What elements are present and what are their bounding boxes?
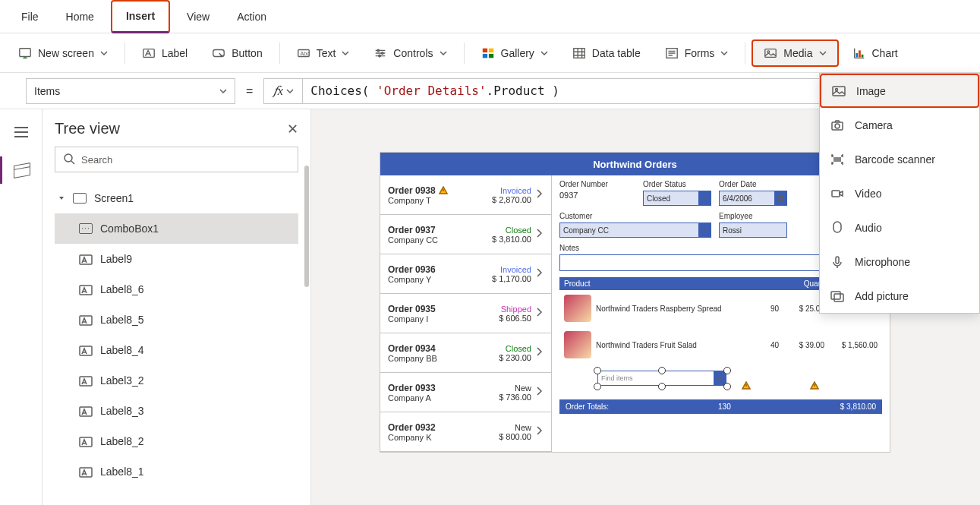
media-add-picture[interactable]: Add picture <box>820 279 979 313</box>
tree-node[interactable]: Label8_4 <box>55 335 298 365</box>
warning-icon <box>742 381 751 390</box>
menu-home[interactable]: Home <box>52 0 108 33</box>
media-audio[interactable]: Audio <box>820 210 979 245</box>
chevron-right-icon <box>536 425 544 438</box>
tree-node[interactable]: Label9 <box>55 244 298 274</box>
chevron-down-icon <box>100 47 108 59</box>
label-icon <box>79 406 93 416</box>
order-row[interactable]: Order 0936Company Y Invoiced$ 1,170.00 <box>380 254 551 294</box>
menu-insert[interactable]: Insert <box>111 0 170 33</box>
resize-handle[interactable] <box>658 367 666 374</box>
order-row[interactable]: Order 0932Company K New$ 800.00 <box>380 412 551 452</box>
tree-view-button[interactable] <box>12 161 30 179</box>
order-row[interactable]: Order 0934Company BB Closed$ 230.00 <box>380 333 551 373</box>
property-dropdown-value: Items <box>34 85 60 97</box>
fx-button[interactable]: 𝑓x <box>263 78 303 104</box>
tree-node-label: Label8_1 <box>100 466 144 478</box>
resize-handle[interactable] <box>658 383 666 390</box>
audio-icon <box>830 221 844 235</box>
table-icon <box>572 46 586 60</box>
tree-node-label: Label8_2 <box>100 435 144 447</box>
ribbon-new-screen[interactable]: New screen <box>8 39 118 67</box>
formula-fn: Choices <box>310 84 361 98</box>
tree-node[interactable]: ComboBox1 <box>55 213 298 244</box>
chart-icon <box>852 46 866 60</box>
order-row[interactable]: Order 0938Company T Invoiced$ 2,870.00 <box>380 175 551 215</box>
ribbon-label[interactable]: Label <box>131 39 198 67</box>
order-date-value: 6/4/2006 <box>723 194 752 203</box>
resize-handle[interactable] <box>723 367 731 374</box>
chevron-down-icon <box>540 47 548 59</box>
tree-list: Screen1 ComboBox1Label9Label8_6Label8_5L… <box>55 183 298 487</box>
add-picture-icon <box>830 289 844 303</box>
close-tree-button[interactable]: ✕ <box>287 121 298 137</box>
svg-rect-34 <box>836 257 839 264</box>
order-row[interactable]: Order 0937Company CC Closed$ 3,810.00 <box>380 215 551 254</box>
microphone-icon <box>830 255 844 269</box>
ribbon-datatable[interactable]: Data table <box>562 39 651 67</box>
order-date-picker[interactable]: 6/4/2006 <box>719 191 787 206</box>
media-video[interactable]: Video <box>820 176 979 210</box>
left-rail <box>0 109 43 505</box>
resize-handle[interactable] <box>594 367 601 374</box>
screen-icon <box>18 46 32 60</box>
customer-select[interactable]: Company CC <box>559 223 711 238</box>
property-dropdown[interactable]: Items <box>26 78 235 104</box>
svg-rect-35 <box>831 292 840 299</box>
ribbon-button[interactable]: Button <box>201 39 273 67</box>
scrollbar-thumb[interactable] <box>304 166 309 287</box>
menu-action[interactable]: Action <box>223 0 280 33</box>
tree-node-label: Label3_2 <box>100 374 144 387</box>
employee-input[interactable]: Rossi <box>719 223 787 238</box>
ribbon-media[interactable]: Media <box>752 39 838 67</box>
ribbon-text[interactable]: Abc Text <box>286 39 361 67</box>
ribbon-controls[interactable]: Controls <box>363 39 457 67</box>
tree-node[interactable]: Label8_5 <box>55 305 298 335</box>
order-row[interactable]: Order 0933Company A New$ 736.00 <box>380 373 551 412</box>
tree-node[interactable]: Label8_3 <box>55 396 298 426</box>
label-icon <box>79 375 93 386</box>
warning-icon <box>810 381 819 390</box>
media-barcode[interactable]: Barcode scanner <box>820 142 979 176</box>
tree-search-input[interactable]: Search <box>55 147 298 172</box>
resize-handle[interactable] <box>723 383 731 390</box>
svg-text:Abc: Abc <box>300 49 310 56</box>
app-title-bar: Northwind Orders <box>380 153 890 175</box>
ribbon-controls-label: Controls <box>393 47 433 59</box>
order-status-select[interactable]: Closed <box>643 191 711 206</box>
chevron-down-icon <box>698 223 711 237</box>
tree-node[interactable]: Label8_1 <box>55 456 298 487</box>
ribbon: New screen Label Button Abc Text Control… <box>0 33 980 73</box>
media-image[interactable]: Image <box>820 74 979 108</box>
label-order-status: Order Status <box>643 180 711 188</box>
order-row[interactable]: Order 0935Company I Shipped$ 606.50 <box>380 294 551 333</box>
menu-view[interactable]: View <box>173 0 223 33</box>
svg-point-15 <box>767 50 770 52</box>
chevron-right-icon <box>536 188 544 201</box>
svg-rect-28 <box>778 197 783 201</box>
app-preview: Northwind Orders Order 0938Company T Inv… <box>380 152 890 453</box>
tree-root[interactable]: Screen1 <box>55 183 298 213</box>
ribbon-gallery[interactable]: Gallery <box>471 39 559 67</box>
ribbon-chart[interactable]: Chart <box>842 39 909 67</box>
product-image <box>564 295 591 322</box>
separator <box>745 43 745 64</box>
tree-node[interactable]: Label8_2 <box>55 426 298 456</box>
media-microphone[interactable]: Microphone <box>820 245 979 279</box>
tree-node[interactable]: Label8_6 <box>55 274 298 305</box>
chevron-down-icon <box>342 47 349 59</box>
chevron-down-icon <box>698 191 711 205</box>
hamburger-button[interactable] <box>12 123 30 141</box>
combobox-selection[interactable]: Find items <box>559 366 882 399</box>
chevron-down-icon <box>819 47 827 59</box>
media-camera[interactable]: Camera <box>820 108 979 142</box>
order-list[interactable]: Order 0938Company T Invoiced$ 2,870.00Or… <box>380 175 552 452</box>
separator <box>279 43 280 64</box>
svg-rect-16 <box>856 53 858 57</box>
menu-file[interactable]: File <box>8 0 52 33</box>
svg-rect-11 <box>488 53 493 57</box>
ribbon-forms[interactable]: Forms <box>654 39 739 67</box>
resize-handle[interactable] <box>594 383 601 390</box>
tree-node[interactable]: Label3_2 <box>55 365 298 396</box>
chevron-down-icon <box>219 85 227 97</box>
